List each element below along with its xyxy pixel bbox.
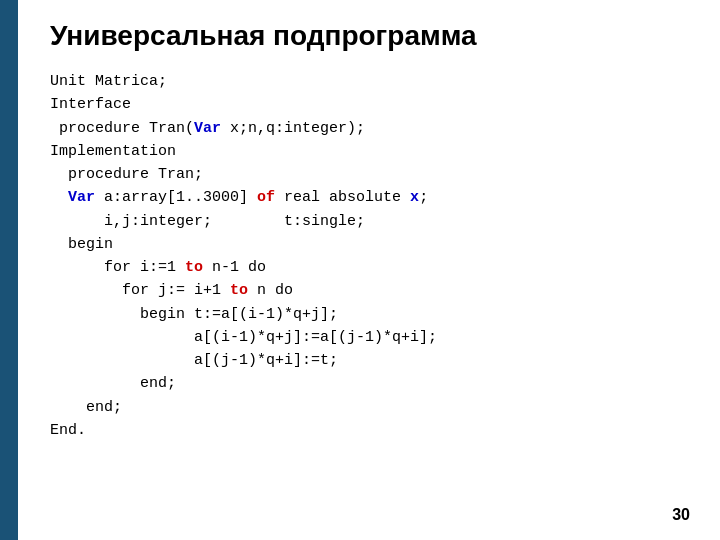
- code-line: begin t:=a[(i-1)*q+j];: [50, 303, 680, 326]
- accent-bar: [0, 0, 18, 540]
- code-line: a[(j-1)*q+i]:=t;: [50, 349, 680, 372]
- code-line: for i:=1 to n-1 do: [50, 256, 680, 279]
- code-line: End.: [50, 419, 680, 442]
- code-block: Unit Matrica; Interface procedure Tran(V…: [50, 70, 680, 442]
- code-line: Implementation: [50, 140, 680, 163]
- code-line: for j:= i+1 to n do: [50, 279, 680, 302]
- code-line: begin: [50, 233, 680, 256]
- code-line: procedure Tran;: [50, 163, 680, 186]
- code-line: Unit Matrica;: [50, 70, 680, 93]
- code-line: i,j:integer; t:single;: [50, 210, 680, 233]
- slide-content: Универсальная подпрограмма Unit Matrica;…: [50, 20, 680, 442]
- code-line: Interface: [50, 93, 680, 116]
- slide: Универсальная подпрограмма Unit Matrica;…: [0, 0, 720, 540]
- page-number: 30: [666, 504, 696, 526]
- code-line: end;: [50, 372, 680, 395]
- code-line: procedure Tran(Var x;n,q:integer);: [50, 117, 680, 140]
- code-line: end;: [50, 396, 680, 419]
- code-line: Var a:array[1..3000] of real absolute x;: [50, 186, 680, 209]
- code-line: a[(i-1)*q+j]:=a[(j-1)*q+i];: [50, 326, 680, 349]
- slide-title: Универсальная подпрограмма: [50, 20, 680, 52]
